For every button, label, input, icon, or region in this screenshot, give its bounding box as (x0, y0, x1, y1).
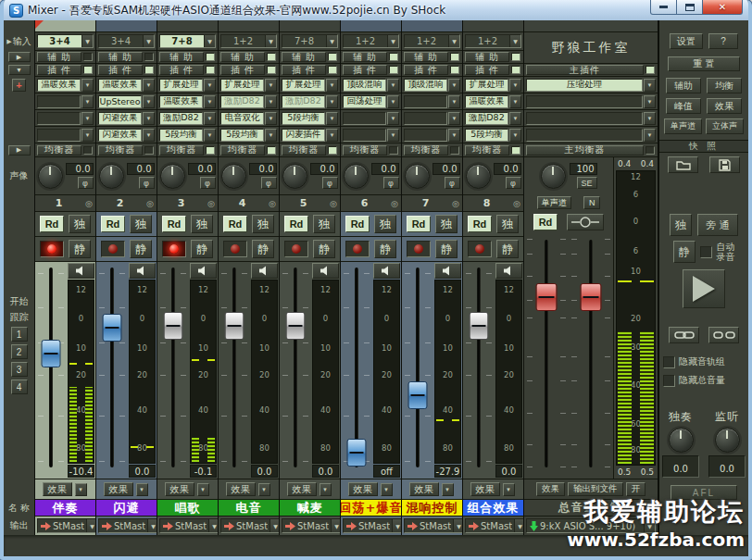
title-bar[interactable]: S Mixer - 吾爱专版SAM机架硬件ASIO通道组合效果-官网www.52… (4, 0, 748, 20)
output-selector[interactable]: StMast▼ (343, 518, 401, 533)
fader-track[interactable] (294, 268, 297, 467)
render-to-file-button[interactable]: 输出到文件 (568, 482, 623, 496)
effect-slot[interactable] (404, 112, 447, 125)
bypass-button[interactable]: 旁 通 (697, 214, 738, 236)
reset-button[interactable]: 重 置 (668, 56, 740, 71)
pan-knob[interactable] (38, 164, 63, 189)
fader-thumb[interactable] (42, 340, 61, 367)
channel-name[interactable]: 组合效果 (463, 500, 523, 516)
solo-button[interactable]: 独 (252, 215, 274, 233)
speaker-button[interactable] (495, 263, 522, 279)
phase-button[interactable]: φ (139, 177, 155, 189)
effect-slot[interactable]: 电音双化 (220, 112, 264, 125)
channel-name[interactable]: 回荡+爆音 (341, 500, 401, 516)
fx-button[interactable]: 效果 (165, 482, 194, 496)
plugins-button[interactable]: 插 件 (465, 65, 509, 75)
dropdown-arrow-icon[interactable]: ▼ (331, 519, 340, 532)
mute-button[interactable]: 静 (130, 240, 152, 258)
fader-track[interactable] (355, 268, 358, 467)
dropdown-arrow-icon[interactable]: ▼ (143, 35, 154, 47)
add-effect-button[interactable]: + (12, 79, 26, 92)
effect-slot[interactable] (37, 112, 81, 125)
mute-button[interactable]: 静 (69, 240, 91, 258)
input-selector[interactable]: 1+2▼ (220, 34, 277, 48)
fader-thumb[interactable] (164, 312, 183, 340)
effect-slot[interactable]: 扩展处理 (220, 79, 264, 92)
master-fx-button[interactable]: 效果 (536, 482, 565, 496)
record-button[interactable] (162, 241, 186, 257)
master-plugins-button[interactable]: 主插件 (526, 65, 644, 75)
master-fader-thumb-right[interactable] (581, 283, 602, 311)
fx-button[interactable]: 效果 (409, 482, 439, 496)
effect-slot[interactable]: 扩展处理 (465, 79, 508, 92)
show-fx-button[interactable]: 效果 (707, 98, 742, 114)
unlink-tracks-button[interactable] (708, 327, 739, 343)
effect-slot-dropdown-icon[interactable]: ▼ (81, 79, 94, 92)
master-effect-slot[interactable] (526, 112, 643, 125)
fx-button[interactable]: 效果 (287, 482, 317, 496)
channel-color-bar[interactable] (463, 20, 523, 31)
pan-knob[interactable] (466, 164, 491, 189)
eq-button[interactable]: 均衡器 (343, 145, 387, 156)
show-eq-button[interactable]: 均衡 (707, 78, 742, 93)
speaker-button[interactable] (68, 263, 94, 279)
hide-track-groups-checkbox[interactable] (663, 356, 675, 368)
solo-button[interactable]: 独 (374, 215, 396, 233)
load-snapshot-button[interactable] (668, 156, 698, 173)
fx-dropdown-icon[interactable]: ▼ (75, 483, 87, 496)
output-selector[interactable]: StMast▼ (159, 518, 218, 533)
link-tracks-button[interactable] (669, 327, 699, 343)
effect-slot-dropdown-icon[interactable]: ▼ (448, 95, 460, 108)
effect-slot-dropdown-icon[interactable]: ▼ (326, 79, 338, 92)
input-selector[interactable]: 1+2▼ (343, 34, 399, 48)
effect-slot-dropdown-icon[interactable]: ▼ (143, 112, 155, 125)
eq-button[interactable]: 均衡器 (465, 145, 509, 156)
fx-dropdown-icon[interactable]: ▼ (197, 483, 209, 496)
effect-slot[interactable]: 激励D82 (465, 112, 508, 125)
effect-slot[interactable]: 激励D82 (282, 95, 325, 108)
effect-slot-dropdown-icon[interactable]: ▼ (143, 79, 155, 92)
input-selector[interactable]: 3+4▼ (98, 34, 155, 48)
fx-dropdown-icon[interactable]: ▼ (503, 483, 515, 496)
effect-slot-dropdown-icon[interactable]: ▼ (265, 79, 277, 92)
save-snapshot-button[interactable] (709, 156, 740, 173)
output-selector[interactable]: StMast▼ (220, 518, 279, 533)
fader-thumb[interactable] (470, 312, 489, 340)
dropdown-arrow-icon[interactable]: ▼ (644, 519, 655, 532)
speaker-button[interactable] (251, 263, 278, 279)
fader-thumb[interactable] (408, 381, 428, 409)
speaker-button[interactable] (373, 263, 400, 279)
record-button[interactable] (468, 241, 492, 257)
effect-slot-dropdown-icon[interactable]: ▼ (387, 79, 399, 92)
phase-button[interactable]: φ (261, 177, 277, 189)
effect-slot-dropdown-icon[interactable]: ▼ (387, 112, 399, 125)
input-selector[interactable]: 3+4▼ (37, 34, 94, 48)
channel-name[interactable]: 唱歌 (157, 500, 218, 516)
eq-button[interactable]: 均衡器 (404, 145, 448, 156)
channel-mode-icon[interactable]: ◎ (510, 199, 523, 208)
solo-level-knob[interactable] (669, 428, 694, 453)
master-fader-thumb-left[interactable] (536, 283, 558, 311)
effect-slot-dropdown-icon[interactable]: ▼ (448, 129, 460, 142)
rd-button[interactable]: Rd (101, 216, 125, 232)
fader-track-zone[interactable] (341, 262, 372, 479)
master-rd-button[interactable]: Rd (533, 214, 558, 230)
minimize-button[interactable] (650, 0, 677, 15)
eq-button[interactable]: 均衡器 (98, 145, 143, 156)
aux-button[interactable]: 辅 助 (220, 52, 265, 62)
solo-button[interactable]: 独 (435, 215, 457, 233)
pan-knob[interactable] (405, 164, 430, 189)
master-effect-slot[interactable] (526, 129, 643, 142)
eq-button[interactable]: 均衡器 (37, 145, 81, 156)
mute-button[interactable]: 静 (435, 240, 457, 258)
auto-record-checkbox[interactable] (700, 246, 712, 258)
channel-color-bar[interactable] (402, 20, 462, 31)
fader-track-zone[interactable] (219, 262, 250, 479)
close-button[interactable]: ✕ (702, 0, 743, 15)
effect-slot-dropdown-icon[interactable]: ▼ (326, 112, 338, 125)
effect-slot-dropdown-icon[interactable]: ▼ (81, 95, 94, 108)
plugins-button[interactable]: 插 件 (159, 65, 204, 75)
phase-button[interactable]: φ (322, 177, 338, 189)
channel-color-bar[interactable] (280, 20, 340, 31)
channel-color-bar[interactable] (341, 20, 401, 31)
